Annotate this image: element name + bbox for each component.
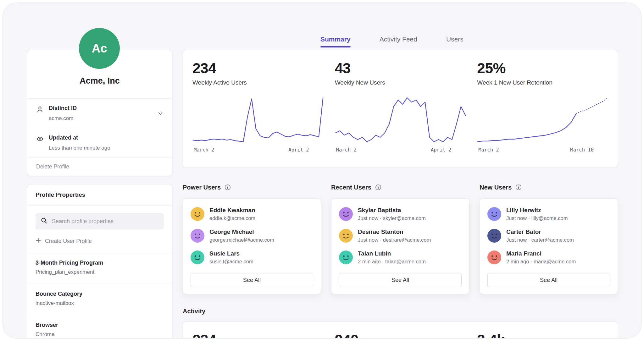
user-avatar bbox=[487, 250, 501, 264]
profile-identity-card: Acme, Inc Distinct ID acme.com Updated a… bbox=[27, 50, 172, 176]
user-avatar bbox=[191, 229, 204, 243]
distinct-id-label: Distinct ID bbox=[49, 105, 77, 112]
week1-retention-sparkline bbox=[477, 96, 608, 143]
user-row[interactable]: Talan Lubin 2 min ago · talan@acme.com bbox=[339, 250, 462, 265]
see-all-button[interactable]: See All bbox=[487, 273, 610, 287]
user-avatar bbox=[487, 229, 501, 243]
user-row[interactable]: Susie Lars susie.l@acme.com bbox=[191, 250, 313, 265]
recent-users-header: Recent Users bbox=[331, 183, 469, 192]
activity-stat: 940 bbox=[335, 331, 466, 338]
tab-activity-feed-label: Activity Feed bbox=[380, 36, 417, 43]
profile-properties-title: Profile Properties bbox=[27, 184, 172, 205]
delete-profile-row: Delete Profile bbox=[27, 158, 172, 176]
stat-value: 234 bbox=[192, 331, 324, 338]
info-icon[interactable] bbox=[225, 184, 231, 190]
tab-summary-label: Summary bbox=[320, 36, 351, 43]
updated-at-label: Updated at bbox=[49, 135, 110, 141]
info-icon[interactable] bbox=[515, 184, 522, 190]
new-users-header: New Users bbox=[480, 183, 618, 192]
x-axis-start: March 2 bbox=[336, 147, 357, 153]
user-avatar bbox=[339, 229, 353, 243]
chevron-down-icon[interactable] bbox=[157, 110, 164, 118]
app-frame: Ac Acme, Inc Distinct ID acme.com Update… bbox=[3, 3, 641, 338]
see-all-button[interactable]: See All bbox=[339, 273, 462, 287]
tab-users[interactable]: Users bbox=[446, 36, 464, 47]
stat-value: 234 bbox=[192, 60, 324, 77]
property-value: inactive-mailbox bbox=[36, 300, 164, 306]
person-icon bbox=[36, 106, 44, 114]
property-row[interactable]: 3-Month Pricing Program Pricing_plan_exp… bbox=[27, 252, 172, 283]
create-user-profile-label: Create User Profile bbox=[45, 238, 92, 245]
user-subtitle: Just now · desirare@acme.com bbox=[358, 237, 431, 243]
distinct-id-row[interactable]: Distinct ID acme.com bbox=[27, 99, 172, 128]
info-icon[interactable] bbox=[375, 184, 381, 190]
plus-icon bbox=[36, 238, 41, 245]
user-row[interactable]: Lilly Herwitz Just now · lilly@acme.com bbox=[487, 207, 610, 221]
updated-at-value: Less than one minute ago bbox=[49, 145, 110, 151]
stat-weekly-active-users: 234 Weekly Active Users March 2 April 2 bbox=[192, 60, 324, 160]
user-avatar bbox=[487, 207, 501, 221]
activity-section-title: Activity bbox=[183, 308, 205, 315]
property-row[interactable]: Bounce Category inactive-mailbox bbox=[27, 283, 172, 314]
tab-activity-feed[interactable]: Activity Feed bbox=[380, 36, 417, 47]
stat-value: 940 bbox=[335, 331, 466, 338]
user-subtitle: Just now · lilly@acme.com bbox=[506, 215, 568, 221]
user-row[interactable]: Eddie Kwakman eddie.k@acme.com bbox=[191, 207, 313, 221]
stat-label: Weekly Active Users bbox=[192, 79, 324, 86]
user-name: George Michael bbox=[209, 228, 274, 235]
user-subtitle: Just now · carter@acme.com bbox=[506, 237, 574, 243]
delete-profile-button[interactable]: Delete Profile bbox=[36, 163, 69, 170]
user-name: Susie Lars bbox=[209, 250, 253, 257]
power-users-card: Eddie Kwakman eddie.k@acme.com George Mi… bbox=[183, 198, 321, 294]
tab-bar: Summary Activity Feed Users bbox=[320, 36, 464, 47]
stat-weekly-new-users: 43 Weekly New Users March 2 April 2 bbox=[335, 60, 466, 160]
weekly-active-users-sparkline bbox=[192, 96, 324, 143]
user-subtitle: george.michael@acme.com bbox=[209, 237, 274, 243]
user-name: Maria Franci bbox=[506, 250, 576, 257]
activity-stat: 234 bbox=[192, 331, 324, 338]
user-row[interactable]: Maria Franci 2 min ago · maria@acme.com bbox=[487, 250, 610, 265]
tab-summary[interactable]: Summary bbox=[320, 36, 351, 47]
user-row[interactable]: Desirae Stanton Just now · desirare@acme… bbox=[339, 228, 462, 243]
user-avatar bbox=[191, 207, 204, 221]
user-subtitle: susie.l@acme.com bbox=[209, 259, 253, 265]
user-row[interactable]: Skylar Baptista Just now · skyler@acme.c… bbox=[339, 207, 462, 221]
user-name: Skylar Baptista bbox=[358, 207, 426, 214]
x-axis-end: March 10 bbox=[570, 147, 594, 153]
section-title: Recent Users bbox=[331, 184, 371, 191]
see-all-button[interactable]: See All bbox=[191, 273, 313, 287]
search-input[interactable] bbox=[51, 218, 159, 225]
property-value: Chrome bbox=[36, 331, 164, 338]
property-row[interactable]: Browser Chrome bbox=[27, 314, 172, 338]
summary-stats-card: 234 Weekly Active Users March 2 April 2 … bbox=[183, 50, 618, 168]
updated-at-row: Updated at Less than one minute ago bbox=[27, 128, 172, 157]
user-subtitle: 2 min ago · talan@acme.com bbox=[358, 259, 426, 265]
user-subtitle: eddie.k@acme.com bbox=[209, 215, 255, 221]
user-lists-section: Power Users Recent Users New Users bbox=[183, 183, 618, 294]
company-avatar: Ac bbox=[79, 28, 120, 69]
x-axis-end: April 2 bbox=[431, 147, 451, 153]
activity-stat: 3.4k bbox=[477, 331, 608, 338]
stat-week1-retention: 25% Week 1 New User Retention March 2 Ma… bbox=[477, 60, 608, 160]
stat-label: Week 1 New User Retention bbox=[477, 79, 608, 86]
user-row[interactable]: Carter Bator Just now · carter@acme.com bbox=[487, 228, 610, 243]
property-name: 3-Month Pricing Program bbox=[36, 260, 164, 266]
user-subtitle: 2 min ago · maria@acme.com bbox=[506, 259, 576, 265]
user-name: Eddie Kwakman bbox=[209, 207, 255, 214]
stat-value: 25% bbox=[477, 60, 608, 77]
x-axis-end: April 2 bbox=[288, 147, 309, 153]
create-user-profile-button[interactable]: Create User Profile bbox=[36, 238, 164, 245]
profile-properties-search[interactable] bbox=[36, 213, 164, 229]
user-avatar bbox=[339, 207, 353, 221]
search-icon bbox=[41, 217, 47, 225]
active-tab-underline bbox=[320, 46, 351, 47]
property-name: Bounce Category bbox=[36, 291, 164, 297]
section-title: Power Users bbox=[183, 184, 221, 191]
x-axis-start: March 2 bbox=[478, 147, 499, 153]
user-name: Desirae Stanton bbox=[358, 228, 431, 235]
x-axis-labels: March 2 March 10 bbox=[477, 147, 608, 153]
section-title: New Users bbox=[480, 184, 512, 191]
x-axis-labels: March 2 April 2 bbox=[192, 147, 324, 153]
x-axis-labels: March 2 April 2 bbox=[335, 147, 466, 153]
user-row[interactable]: George Michael george.michael@acme.com bbox=[191, 228, 313, 243]
